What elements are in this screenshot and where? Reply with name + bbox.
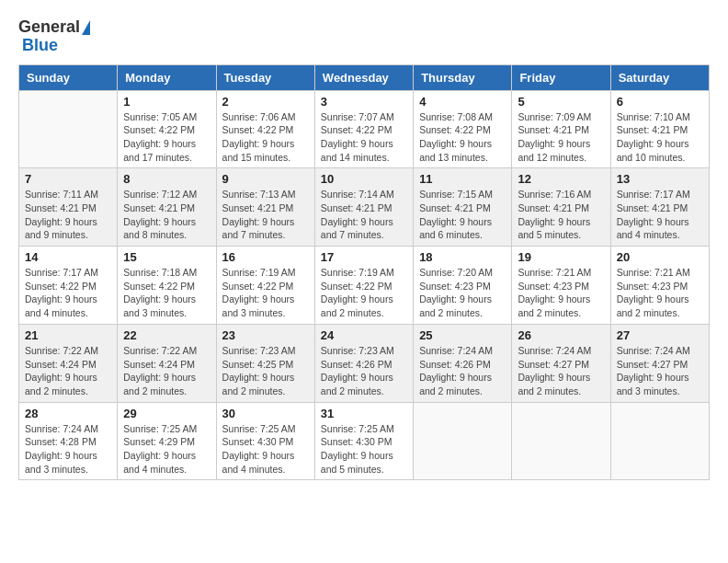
calendar-day-cell: 26Sunrise: 7:24 AMSunset: 4:27 PMDayligh… [512,324,610,402]
calendar-day-cell: 27Sunrise: 7:24 AMSunset: 4:27 PMDayligh… [610,324,709,402]
calendar-week-row: 28Sunrise: 7:24 AMSunset: 4:28 PMDayligh… [19,402,710,480]
day-info: Sunrise: 7:05 AMSunset: 4:22 PMDaylight:… [123,110,210,165]
day-info: Sunrise: 7:13 AMSunset: 4:21 PMDaylight:… [222,188,309,242]
calendar-day-cell: 17Sunrise: 7:19 AMSunset: 4:22 PMDayligh… [314,247,413,325]
day-info: Sunrise: 7:24 AMSunset: 4:27 PMDaylight:… [617,344,703,398]
day-number: 3 [321,95,407,109]
calendar-day-cell: 11Sunrise: 7:15 AMSunset: 4:21 PMDayligh… [414,168,512,247]
day-info: Sunrise: 7:20 AMSunset: 4:23 PMDaylight:… [419,266,506,320]
day-info: Sunrise: 7:18 AMSunset: 4:22 PMDaylight:… [123,266,210,320]
calendar-week-row: 7Sunrise: 7:11 AMSunset: 4:21 PMDaylight… [19,168,710,247]
day-number: 24 [321,328,407,342]
day-info: Sunrise: 7:25 AMSunset: 4:30 PMDaylight:… [321,422,407,477]
day-of-week-header: Tuesday [216,64,314,90]
calendar-day-cell: 22Sunrise: 7:22 AMSunset: 4:24 PMDayligh… [118,324,216,402]
day-info: Sunrise: 7:22 AMSunset: 4:24 PMDaylight:… [25,344,111,398]
day-of-week-header: Wednesday [314,64,413,90]
day-info: Sunrise: 7:16 AMSunset: 4:21 PMDaylight:… [518,188,604,242]
calendar-day-cell: 28Sunrise: 7:24 AMSunset: 4:28 PMDayligh… [19,402,118,480]
calendar-day-cell [19,90,118,168]
calendar-day-cell: 10Sunrise: 7:14 AMSunset: 4:21 PMDayligh… [314,168,413,247]
day-number: 5 [518,95,604,109]
calendar-day-cell: 12Sunrise: 7:16 AMSunset: 4:21 PMDayligh… [512,168,610,247]
day-number: 23 [222,328,309,342]
day-number: 31 [321,407,407,420]
calendar-day-cell: 31Sunrise: 7:25 AMSunset: 4:30 PMDayligh… [314,402,413,480]
day-of-week-header: Sunday [19,64,118,90]
day-info: Sunrise: 7:10 AMSunset: 4:21 PMDaylight:… [617,110,703,165]
day-info: Sunrise: 7:19 AMSunset: 4:22 PMDaylight:… [321,266,407,320]
calendar-day-cell [610,402,709,480]
day-of-week-header: Thursday [414,64,512,90]
day-number: 9 [222,172,309,186]
calendar-week-row: 14Sunrise: 7:17 AMSunset: 4:22 PMDayligh… [19,247,710,325]
calendar-day-cell: 1Sunrise: 7:05 AMSunset: 4:22 PMDaylight… [118,90,216,168]
day-number: 10 [321,172,407,186]
day-info: Sunrise: 7:17 AMSunset: 4:21 PMDaylight:… [617,188,703,242]
day-of-week-header: Saturday [610,64,709,90]
day-number: 29 [123,407,210,420]
day-info: Sunrise: 7:11 AMSunset: 4:21 PMDaylight:… [25,188,111,242]
calendar-day-cell: 3Sunrise: 7:07 AMSunset: 4:22 PMDaylight… [314,90,413,168]
day-number: 22 [123,328,210,342]
calendar-table: SundayMondayTuesdayWednesdayThursdayFrid… [18,64,710,481]
day-info: Sunrise: 7:24 AMSunset: 4:27 PMDaylight:… [518,344,604,398]
logo: General Blue [18,18,90,55]
day-number: 13 [617,172,703,186]
day-number: 6 [617,95,703,109]
calendar-day-cell: 30Sunrise: 7:25 AMSunset: 4:30 PMDayligh… [216,402,314,480]
calendar-week-row: 1Sunrise: 7:05 AMSunset: 4:22 PMDaylight… [19,90,710,168]
day-number: 16 [222,250,309,264]
calendar-day-cell: 16Sunrise: 7:19 AMSunset: 4:22 PMDayligh… [216,247,314,325]
day-info: Sunrise: 7:14 AMSunset: 4:21 PMDaylight:… [321,188,407,242]
page-header: General Blue [18,18,710,55]
calendar-day-cell: 5Sunrise: 7:09 AMSunset: 4:21 PMDaylight… [512,90,610,168]
calendar-day-cell: 6Sunrise: 7:10 AMSunset: 4:21 PMDaylight… [610,90,709,168]
day-number: 1 [123,95,210,109]
day-info: Sunrise: 7:24 AMSunset: 4:28 PMDaylight:… [25,422,111,477]
day-number: 26 [518,328,604,342]
day-info: Sunrise: 7:19 AMSunset: 4:22 PMDaylight:… [222,266,309,320]
calendar-day-cell: 21Sunrise: 7:22 AMSunset: 4:24 PMDayligh… [19,324,118,402]
day-info: Sunrise: 7:21 AMSunset: 4:23 PMDaylight:… [518,266,604,320]
calendar-day-cell: 7Sunrise: 7:11 AMSunset: 4:21 PMDaylight… [19,168,118,247]
day-number: 30 [222,407,309,420]
day-number: 11 [419,172,506,186]
calendar-day-cell [414,402,512,480]
calendar-day-cell: 8Sunrise: 7:12 AMSunset: 4:21 PMDaylight… [118,168,216,247]
calendar-day-cell: 19Sunrise: 7:21 AMSunset: 4:23 PMDayligh… [512,247,610,325]
day-info: Sunrise: 7:09 AMSunset: 4:21 PMDaylight:… [518,110,604,165]
calendar-header-row: SundayMondayTuesdayWednesdayThursdayFrid… [19,64,710,90]
day-info: Sunrise: 7:12 AMSunset: 4:21 PMDaylight:… [123,188,210,242]
day-info: Sunrise: 7:23 AMSunset: 4:25 PMDaylight:… [222,344,309,398]
day-number: 21 [25,328,111,342]
day-number: 2 [222,95,309,109]
calendar-day-cell: 13Sunrise: 7:17 AMSunset: 4:21 PMDayligh… [610,168,709,247]
day-info: Sunrise: 7:25 AMSunset: 4:30 PMDaylight:… [222,422,309,477]
day-info: Sunrise: 7:17 AMSunset: 4:22 PMDaylight:… [25,266,111,320]
day-of-week-header: Friday [512,64,610,90]
day-of-week-header: Monday [118,64,216,90]
day-number: 14 [25,250,111,264]
day-number: 7 [25,172,111,186]
day-number: 12 [518,172,604,186]
calendar-day-cell: 15Sunrise: 7:18 AMSunset: 4:22 PMDayligh… [118,247,216,325]
day-number: 27 [617,328,703,342]
day-info: Sunrise: 7:25 AMSunset: 4:29 PMDaylight:… [123,422,210,477]
day-number: 28 [25,407,111,420]
calendar-day-cell: 20Sunrise: 7:21 AMSunset: 4:23 PMDayligh… [610,247,709,325]
day-number: 15 [123,250,210,264]
calendar-day-cell: 4Sunrise: 7:08 AMSunset: 4:22 PMDaylight… [414,90,512,168]
calendar-day-cell [512,402,610,480]
day-info: Sunrise: 7:22 AMSunset: 4:24 PMDaylight:… [123,344,210,398]
calendar-day-cell: 29Sunrise: 7:25 AMSunset: 4:29 PMDayligh… [118,402,216,480]
day-number: 25 [419,328,506,342]
calendar-week-row: 21Sunrise: 7:22 AMSunset: 4:24 PMDayligh… [19,324,710,402]
logo-general: General [18,18,90,37]
day-number: 4 [419,95,506,109]
calendar-day-cell: 9Sunrise: 7:13 AMSunset: 4:21 PMDaylight… [216,168,314,247]
day-number: 19 [518,250,604,264]
calendar-day-cell: 14Sunrise: 7:17 AMSunset: 4:22 PMDayligh… [19,247,118,325]
day-number: 20 [617,250,703,264]
calendar-day-cell: 25Sunrise: 7:24 AMSunset: 4:26 PMDayligh… [414,324,512,402]
